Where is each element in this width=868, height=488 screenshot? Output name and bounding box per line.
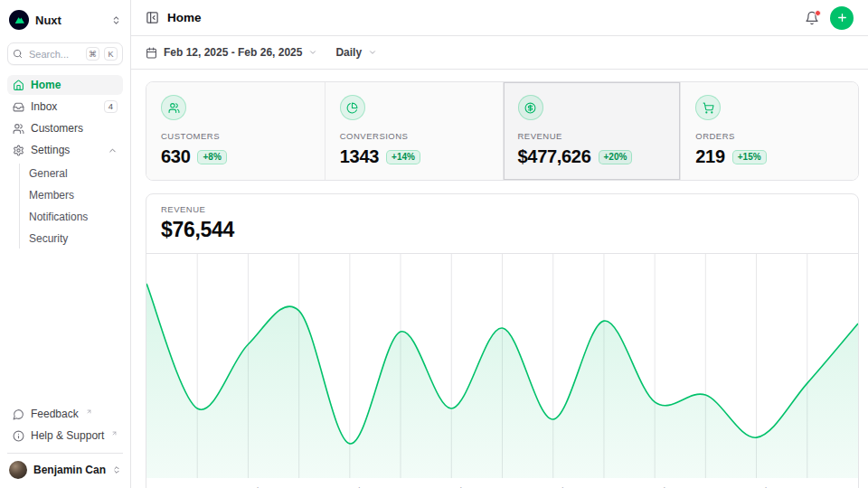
delta-badge: +15% [732, 150, 767, 164]
users-icon [13, 123, 24, 135]
sidebar-item-label: Feedback [31, 408, 79, 420]
date-range-picker[interactable]: Feb 12, 2025 - Feb 26, 2025 [146, 46, 317, 59]
granularity-label: Daily [335, 46, 362, 59]
chevrons-up-down-icon [112, 465, 121, 474]
sidebar-item-label: Help & Support [31, 429, 104, 442]
stat-label: CONVERSIONS [340, 131, 488, 141]
topbar-actions [805, 6, 854, 30]
sidebar-item-label: Customers [31, 122, 83, 135]
info-icon [13, 430, 24, 442]
dollar-circle-icon [518, 95, 543, 120]
stat-card-revenue[interactable]: REVENUE $477,626 +20% [503, 82, 681, 180]
workspace-switcher[interactable]: Nuxt [7, 7, 123, 33]
external-link-icon [86, 408, 92, 415]
pie-chart-icon [340, 95, 365, 120]
sidebar-item-label: Home [31, 79, 61, 91]
main-area: Home Feb 12, 2025 - Feb 26, 2025 [131, 0, 868, 488]
search-input-wrap[interactable]: ⌘ K [7, 42, 123, 65]
workspace-name: Nuxt [35, 14, 105, 27]
revenue-chart-card: REVENUE $76,544 14 Feb16 Feb18 Feb20 Feb… [146, 193, 859, 488]
user-name: Benjamin Canac [33, 464, 106, 476]
dashboard-content: CUSTOMERS 630 +8% CONVERSIONS 1343 +14% [131, 70, 868, 488]
delta-badge: +14% [386, 150, 420, 164]
chart-header: REVENUE $76,544 [146, 194, 858, 254]
avatar [9, 461, 27, 479]
user-menu[interactable]: Benjamin Canac [7, 453, 123, 481]
filters-toolbar: Feb 12, 2025 - Feb 26, 2025 Daily [131, 36, 868, 70]
cart-icon [695, 95, 721, 120]
stat-label: ORDERS [695, 131, 844, 141]
sidebar-item-home[interactable]: Home [7, 75, 123, 95]
sidebar-item-label: Settings [31, 144, 70, 156]
notification-dot [815, 10, 821, 16]
stats-row: CUSTOMERS 630 +8% CONVERSIONS 1343 +14% [146, 81, 859, 181]
stat-value: 219 [695, 146, 724, 167]
panel-left-close-icon [146, 11, 159, 24]
message-circle-icon [13, 408, 24, 420]
sidebar-item-feedback[interactable]: Feedback [7, 404, 123, 424]
date-range-label: Feb 12, 2025 - Feb 26, 2025 [164, 46, 302, 59]
plus-icon [836, 12, 848, 23]
sidebar-item-security[interactable]: Security [20, 229, 123, 249]
page-title: Home [167, 11, 202, 24]
new-item-button[interactable] [830, 6, 854, 30]
sidebar-item-label: Inbox [31, 100, 57, 113]
stat-value: 1343 [340, 146, 379, 167]
granularity-select[interactable]: Daily [335, 46, 377, 59]
stat-value: $477,626 [518, 146, 591, 167]
sidebar-item-members[interactable]: Members [20, 185, 123, 205]
chevron-down-icon [368, 48, 377, 57]
search-icon [13, 49, 23, 59]
stat-label: CUSTOMERS [161, 131, 310, 141]
sidebar-item-general[interactable]: General [20, 164, 123, 183]
users-icon [161, 95, 186, 120]
delta-badge: +8% [197, 150, 226, 164]
chevron-down-icon [308, 48, 317, 57]
stat-card-orders[interactable]: ORDERS 219 +15% [680, 82, 858, 180]
sidebar-item-label: Security [29, 232, 68, 245]
chevrons-up-down-icon [111, 15, 121, 25]
delta-badge: +20% [599, 150, 633, 164]
sidebar-item-settings[interactable]: Settings [7, 140, 123, 160]
sidebar-item-label: General [29, 167, 68, 180]
inbox-icon [13, 101, 24, 113]
notifications-button[interactable] [805, 11, 819, 25]
sidebar-item-help-support[interactable]: Help & Support [7, 426, 123, 446]
inbox-count-badge: 4 [104, 100, 118, 113]
gear-icon [13, 145, 24, 156]
home-icon [13, 80, 24, 91]
nuxt-logo-icon [9, 10, 29, 30]
sidebar-item-notifications[interactable]: Notifications [20, 207, 123, 227]
chevron-up-icon [108, 145, 118, 155]
sidebar-item-label: Members [29, 189, 74, 202]
sidebar-nav: Home Inbox 4 Customers Settings Genera [7, 75, 123, 250]
kbd-k: K [104, 47, 118, 61]
chart-metric-label: REVENUE [161, 204, 844, 214]
stat-label: REVENUE [518, 131, 666, 141]
chart-plot-area[interactable]: 14 Feb16 Feb18 Feb20 Feb22 Feb24 Feb [146, 254, 858, 488]
sidebar-item-customers[interactable]: Customers [7, 118, 123, 138]
chart-metric-value: $76,544 [161, 218, 844, 242]
external-link-icon [111, 430, 118, 436]
topbar: Home [131, 0, 868, 36]
sidebar: Nuxt ⌘ K Home Inbox 4 [0, 0, 131, 488]
stat-value: 630 [161, 146, 190, 167]
search-input[interactable] [27, 48, 81, 61]
stat-card-conversions[interactable]: CONVERSIONS 1343 +14% [325, 82, 503, 180]
sidebar-footer-nav: Feedback Help & Support [7, 404, 123, 446]
settings-submenu: General Members Notifications Security [19, 164, 123, 249]
stat-card-customers[interactable]: CUSTOMERS 630 +8% [146, 82, 325, 180]
sidebar-spacer [7, 250, 123, 404]
revenue-area-chart[interactable] [146, 254, 858, 478]
sidebar-collapse-button[interactable] [146, 11, 159, 24]
sidebar-item-label: Notifications [29, 211, 88, 223]
calendar-icon [146, 47, 157, 59]
sidebar-item-inbox[interactable]: Inbox 4 [7, 97, 123, 117]
kbd-cmd: ⌘ [86, 47, 99, 61]
